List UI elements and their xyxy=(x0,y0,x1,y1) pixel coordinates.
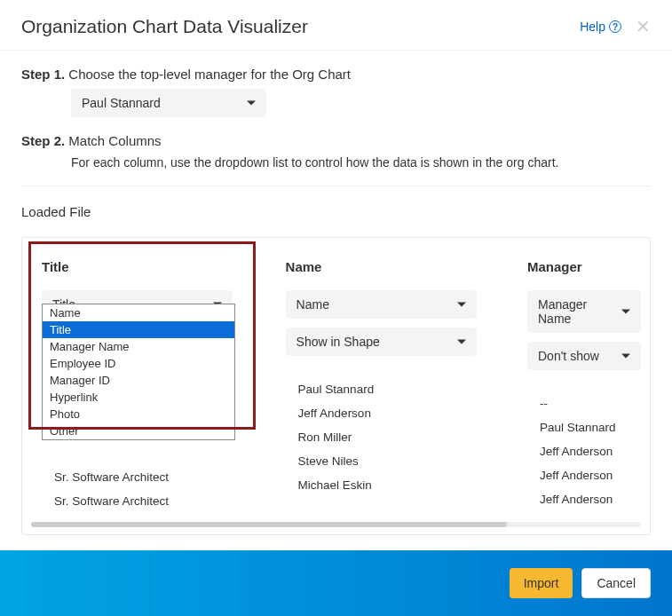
col-manager-display-select[interactable]: Don't show xyxy=(527,342,641,370)
horizontal-scrollbar[interactable] xyxy=(31,522,641,527)
data-cell: Sr. Software Architect xyxy=(42,465,279,489)
data-cell: Steve Niles xyxy=(286,449,526,473)
step2-desc: For each column, use the dropdown list t… xyxy=(71,155,651,170)
data-cell: Jeff Anderson xyxy=(286,401,526,425)
col-name-header: Name xyxy=(286,259,526,274)
help-link-text: Help xyxy=(580,20,605,34)
data-cell: Ron Miller xyxy=(286,425,526,449)
col-name-type-select[interactable]: Name xyxy=(286,290,477,319)
dropdown-option[interactable]: Name xyxy=(43,304,234,321)
col-manager-type-select[interactable]: Manager Name xyxy=(527,290,641,333)
data-cell: Paul Stannard xyxy=(527,415,641,439)
col-title-dropdown[interactable]: NameTitleManager NameEmployee IDManager … xyxy=(42,304,235,440)
dropdown-option[interactable]: Hyperlink xyxy=(43,389,234,406)
data-cell: Jeff Anderson xyxy=(527,439,641,463)
loaded-file-label: Loaded File xyxy=(21,204,651,219)
dropdown-option[interactable]: Other xyxy=(43,423,234,439)
scroll-thumb[interactable] xyxy=(31,522,507,527)
dropdown-option[interactable]: Photo xyxy=(43,406,234,423)
dropdown-option[interactable]: Employee ID xyxy=(43,355,234,372)
help-link[interactable]: Help ? xyxy=(580,20,621,34)
cancel-button[interactable]: Cancel xyxy=(581,568,651,598)
data-cell: Sr. Software Architect xyxy=(42,489,279,513)
col-title-header: Title xyxy=(42,259,279,274)
data-cell: -- xyxy=(527,391,641,415)
dropdown-option[interactable]: Title xyxy=(43,321,234,338)
data-cell: Michael Eskin xyxy=(286,473,526,497)
col-manager-header: Manager xyxy=(527,259,641,274)
dropdown-option[interactable]: Manager Name xyxy=(43,338,234,355)
data-cell: Jeff Anderson xyxy=(527,487,641,511)
step2-label: Step 2. Match Columns xyxy=(21,133,651,148)
step1-label: Step 1. Choose the top-level manager for… xyxy=(21,67,651,82)
file-panel: Title Title NameTitleManager NameEmploye… xyxy=(21,237,651,535)
data-cell: Jeff Anderson xyxy=(527,463,641,487)
page-title: Organization Chart Data Visualizer xyxy=(21,16,308,37)
footer: Import Cancel xyxy=(0,550,672,616)
import-button[interactable]: Import xyxy=(510,568,573,598)
dropdown-option[interactable]: Manager ID xyxy=(43,372,234,389)
data-cell: Paul Stannard xyxy=(286,377,526,401)
close-icon[interactable]: ✕ xyxy=(636,18,651,36)
help-icon: ? xyxy=(609,20,621,33)
col-name-display-select[interactable]: Show in Shape xyxy=(286,328,477,356)
top-manager-select[interactable]: Paul Stannard xyxy=(71,89,266,117)
